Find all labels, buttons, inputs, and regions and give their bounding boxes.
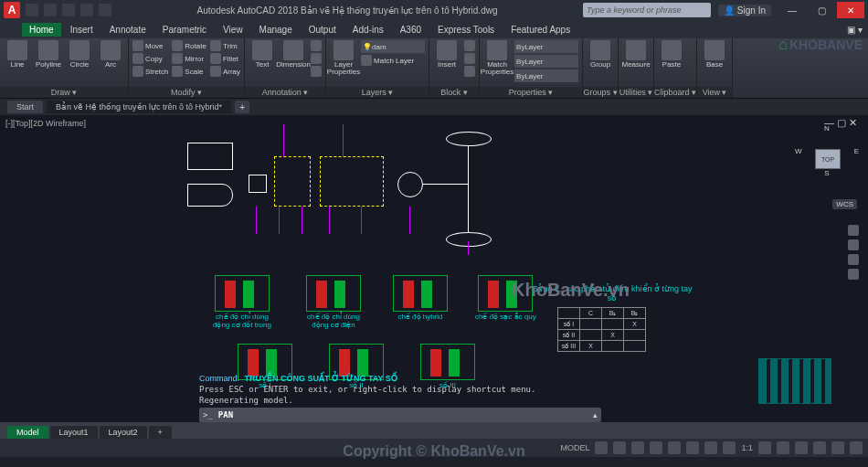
- compass-e[interactable]: E: [854, 147, 859, 155]
- tab-addins[interactable]: Add-ins: [345, 23, 391, 37]
- tab-view[interactable]: View: [216, 23, 250, 37]
- scale-button[interactable]: Scale: [172, 66, 206, 77]
- tab-active-file[interactable]: Bản vẽ Hệ thống truyền lực trên ô tô Hyb…: [47, 101, 231, 113]
- linetype-dropdown[interactable]: ByLayer: [514, 69, 578, 82]
- compass-w[interactable]: W: [795, 147, 802, 155]
- match-layer-button[interactable]: Match Layer: [361, 55, 425, 66]
- tab-insert[interactable]: Insert: [63, 23, 101, 37]
- lwt-toggle-icon[interactable]: [704, 441, 717, 454]
- insert-button[interactable]: Insert: [433, 40, 460, 69]
- array-button[interactable]: Array: [210, 66, 240, 77]
- group-button[interactable]: Group: [587, 40, 614, 69]
- text-button[interactable]: Text: [249, 40, 276, 69]
- compass-top-face[interactable]: TOP: [815, 149, 841, 169]
- minimize-button[interactable]: —: [778, 2, 806, 18]
- attr-icon[interactable]: [464, 66, 475, 77]
- qat-undo[interactable]: [80, 4, 93, 16]
- circle-button[interactable]: Circle: [66, 40, 93, 69]
- tab-start[interactable]: Start: [7, 101, 43, 113]
- panel-view-label[interactable]: View ▾: [697, 87, 732, 98]
- pan-icon[interactable]: [848, 239, 859, 250]
- panel-layers-label[interactable]: Layers ▾: [326, 87, 429, 98]
- measure-button[interactable]: Measure: [622, 40, 650, 69]
- paste-button[interactable]: Paste: [658, 40, 685, 69]
- osnap-toggle-icon[interactable]: [668, 441, 681, 454]
- trim-button[interactable]: Trim: [210, 40, 240, 51]
- color-dropdown[interactable]: ByLayer: [514, 40, 578, 53]
- rotate-button[interactable]: Rotate: [172, 40, 206, 51]
- tab-parametric[interactable]: Parametric: [155, 23, 214, 37]
- command-line[interactable]: >_ PAN ▴: [199, 408, 601, 422]
- signin-button[interactable]: 👤 Sign In: [718, 5, 771, 16]
- drawing-viewport[interactable]: [-][Top][2D Wireframe] — ▢ ✕: [0, 115, 868, 422]
- qat-open[interactable]: [44, 4, 57, 16]
- compass-s[interactable]: S: [795, 169, 859, 177]
- leader-icon[interactable]: [311, 40, 322, 51]
- command-expand-icon[interactable]: ▴: [593, 410, 598, 419]
- lineweight-dropdown[interactable]: ByLayer: [514, 55, 578, 68]
- tab-featured[interactable]: Featured Apps: [503, 23, 577, 37]
- qat-new[interactable]: [26, 4, 38, 16]
- match-properties-button[interactable]: Match Properties: [483, 40, 511, 76]
- mirror-button[interactable]: Mirror: [172, 53, 206, 64]
- compass-n[interactable]: N: [795, 124, 859, 133]
- layout-model[interactable]: Model: [7, 426, 48, 439]
- stretch-button[interactable]: Stretch: [132, 66, 168, 77]
- snap-toggle-icon[interactable]: [613, 441, 626, 454]
- fillet-button[interactable]: Fillet: [210, 53, 240, 64]
- arc-button[interactable]: Arc: [97, 40, 124, 69]
- clean-screen-icon[interactable]: [831, 441, 844, 454]
- layer-properties-button[interactable]: Layer Properties: [330, 40, 357, 76]
- orbit-icon[interactable]: [848, 269, 859, 280]
- copy-button[interactable]: Copy: [132, 53, 168, 64]
- panel-groups-label[interactable]: Groups ▾: [583, 87, 618, 98]
- polyline-button[interactable]: Polyline: [35, 40, 62, 69]
- new-tab-button[interactable]: +: [235, 101, 249, 113]
- anno-monitor-icon[interactable]: [777, 441, 789, 454]
- panel-block-label[interactable]: Block ▾: [429, 87, 479, 98]
- dimension-button[interactable]: Dimension: [280, 40, 307, 69]
- tab-express[interactable]: Express Tools: [430, 23, 502, 37]
- tab-output[interactable]: Output: [302, 23, 344, 37]
- tab-a360[interactable]: A360: [393, 23, 429, 37]
- zoom-icon[interactable]: [848, 254, 859, 265]
- panel-modify-label[interactable]: Modify ▾: [129, 87, 244, 98]
- maximize-button[interactable]: ▢: [808, 2, 835, 18]
- move-button[interactable]: Move: [132, 40, 168, 51]
- customize-icon[interactable]: [850, 441, 863, 454]
- nav-wheel-icon[interactable]: [848, 225, 859, 236]
- tab-manage[interactable]: Manage: [252, 23, 300, 37]
- panel-utilities-label[interactable]: Utilities ▾: [619, 87, 653, 98]
- tab-home[interactable]: Home: [22, 23, 61, 37]
- hardware-accel-icon[interactable]: [813, 441, 826, 454]
- layout-add[interactable]: +: [149, 426, 172, 439]
- close-button[interactable]: ✕: [837, 2, 864, 18]
- status-model[interactable]: MODEL: [560, 443, 589, 452]
- panel-draw-label[interactable]: Draw ▾: [0, 87, 128, 98]
- base-button[interactable]: Base: [701, 40, 728, 69]
- otrack-toggle-icon[interactable]: [686, 441, 699, 454]
- wcs-badge[interactable]: WCS: [832, 199, 857, 209]
- tab-annotate[interactable]: Annotate: [102, 23, 153, 37]
- layout-2[interactable]: Layout2: [100, 426, 147, 439]
- polar-toggle-icon[interactable]: [650, 441, 662, 454]
- layout-1[interactable]: Layout1: [50, 426, 98, 439]
- ortho-toggle-icon[interactable]: [631, 441, 644, 454]
- drawing-canvas[interactable]: chế độ chỉ dùng động cơ đốt trong chế độ…: [0, 115, 868, 422]
- app-logo[interactable]: A: [4, 2, 20, 18]
- table-icon[interactable]: [311, 53, 322, 64]
- anno-scale[interactable]: 1:1: [741, 443, 753, 452]
- transparency-toggle-icon[interactable]: [723, 441, 736, 454]
- panel-clipboard-label[interactable]: Clipboard ▾: [654, 87, 696, 98]
- create-block-icon[interactable]: [464, 40, 475, 51]
- qat-save[interactable]: [62, 4, 75, 16]
- help-search-input[interactable]: Type a keyword or phrase: [583, 3, 711, 17]
- line-button[interactable]: Line: [4, 40, 31, 69]
- workspace-icon[interactable]: [758, 441, 771, 454]
- palette-toggle-icon[interactable]: ▣ ▾: [847, 25, 863, 35]
- panel-properties-label[interactable]: Properties ▾: [480, 87, 582, 98]
- edit-block-icon[interactable]: [464, 53, 475, 64]
- layer-dropdown[interactable]: 💡 dam: [361, 40, 425, 53]
- mtext-icon[interactable]: [311, 66, 322, 77]
- isolate-icon[interactable]: [795, 441, 808, 454]
